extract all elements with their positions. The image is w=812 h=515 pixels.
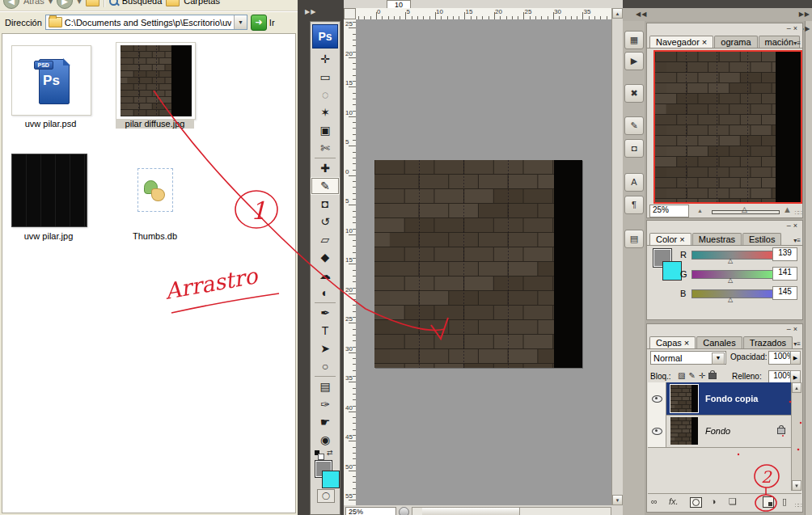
slice-tool[interactable]: ✄ [311,139,340,157]
address-value[interactable]: C:\Documents and Settings\p\Escritorio\u… [65,18,231,27]
notes-tool[interactable]: ▤ [311,378,340,395]
quick-mask-button[interactable]: ◯ [317,489,335,503]
brush-tool[interactable]: ✎ [311,177,340,195]
tab-muestras[interactable]: Muestras [692,233,742,245]
back-dropdown-icon[interactable]: ▾ [49,0,53,6]
panel-pinceles-icon[interactable]: ✎ [624,116,644,135]
navigator-zoom-field[interactable]: 25% [649,205,689,217]
pilar-diffuse-thumbnail[interactable] [121,45,192,116]
scroll-up-button[interactable]: ▲ [612,8,623,19]
panel-origen-clonacion-icon[interactable]: ◘ [624,139,644,158]
scroll-up-button[interactable]: ▲ [792,382,801,393]
crop-tool[interactable]: ▣ [311,121,340,139]
green-value-field[interactable]: 141 [772,267,797,281]
file-pilar-diffuse-jpg[interactable] [116,42,196,120]
lock-transparency-icon[interactable]: ▨ [678,371,685,380]
panel-resize-grip[interactable]: ∷∷ [795,209,801,217]
magic-wand-tool[interactable]: ✶ [311,103,340,121]
opacity-arrow-icon[interactable]: ▶ [790,351,801,365]
tab-color[interactable]: Color × [649,233,691,245]
green-slider-marker[interactable]: △ [728,276,733,284]
eraser-tool[interactable]: ▱ [311,230,340,248]
close-icon[interactable]: × [793,222,800,230]
tab-canales[interactable]: Canales [696,336,742,348]
eye-icon[interactable] [652,395,662,403]
go-button[interactable]: ➜ Ir [251,15,275,31]
toolbox-collapse-icon[interactable]: ▶▶ [305,8,316,15]
document-horizontal-scrollbar[interactable] [412,507,611,515]
panel-acciones-icon[interactable]: ▶ [624,52,644,70]
panel-menu-icon[interactable]: ▾≡ [793,237,801,244]
blend-dropdown-icon[interactable]: ▼ [712,352,725,365]
file-uvw-pilar-jpg[interactable] [11,154,87,227]
folders-button-label[interactable]: Carpetas [184,0,220,6]
back-label[interactable]: Atrás [23,0,44,6]
layer-row-fondo[interactable]: Fondo [648,415,798,448]
panel-menu-icon[interactable]: ▾≡ [793,340,801,348]
panel-composiciones-capas-icon[interactable]: ▤ [624,230,644,248]
smudge-tool[interactable]: ☁ [311,266,340,284]
red-slider-marker[interactable]: △ [728,257,733,264]
zoom-out-icon[interactable]: ▲ [697,208,703,213]
lock-move-icon[interactable]: ✛ [699,371,705,380]
link-layers-icon[interactable]: ∞ [651,496,658,506]
panel-historia-icon[interactable]: ▦ [624,31,644,49]
panel-herramientas-preestablecidas-icon[interactable]: ✖ [624,84,644,103]
tab-histograma[interactable]: ograma [714,36,757,48]
visibility-cell[interactable] [648,382,666,415]
search-button-label[interactable]: Búsqueda [122,0,163,6]
new-layer-button[interactable] [763,496,774,508]
forward-button[interactable]: ▶ [57,0,73,9]
ellipse-tool[interactable]: ○ [311,357,340,375]
panel-caracter-icon[interactable]: A [624,173,644,192]
lasso-tool[interactable]: ◌ [311,86,340,103]
tab-trazados[interactable]: Trazados [743,336,793,348]
file-label-pilar-diffuse-jpg[interactable]: pilar diffuse.jpg [116,119,194,129]
lock-paint-icon[interactable]: ✎ [688,371,695,380]
add-mask-icon[interactable] [690,497,702,508]
close-icon[interactable]: × [793,325,800,333]
navigator-zoom-slider[interactable]: △ [712,210,780,214]
new-group-icon[interactable]: ❏ [729,496,737,507]
minimize-icon[interactable]: – [787,325,793,333]
default-colors-icon[interactable] [315,450,323,458]
close-icon[interactable]: × [793,24,800,32]
scroll-down-button[interactable]: ▼ [612,495,623,505]
layer-name[interactable]: Fondo [705,426,777,436]
swap-colors-icon[interactable]: ⇄ [327,449,333,457]
type-tool[interactable]: T [311,322,340,340]
layer-style-icon[interactable]: fx. [669,496,679,506]
minimize-icon[interactable]: – [787,24,793,32]
file-label-uvw-pilar-psd[interactable]: uvw pilar.psd [11,119,90,129]
zoom-in-icon[interactable]: ▲ [783,205,792,214]
layer-thumbnail[interactable] [670,385,698,412]
pen-tool[interactable]: ✒ [311,304,340,322]
marquee-tool[interactable]: ▭ [311,68,340,86]
eye-icon[interactable] [652,428,662,435]
scroll-down-button[interactable]: ▼ [792,480,801,491]
status-zoom-field[interactable]: 25% [345,507,396,515]
hand-tool[interactable]: ☛ [311,413,340,431]
delete-layer-icon[interactable]: ▯ [782,496,787,507]
panel-menu-icon[interactable]: ▾≡ [793,40,801,47]
up-folder-icon[interactable] [86,0,99,6]
back-button[interactable]: ◀ [3,0,19,9]
layer-name[interactable]: Fondo copia [705,394,798,403]
tab-estilos[interactable]: Estilos [742,233,781,245]
visibility-cell[interactable] [648,415,666,447]
address-dropdown-icon[interactable]: ▼ [234,15,247,29]
layer-list-scrollbar[interactable]: ▲ ▼ [791,382,802,491]
dock-collapse-left-icon[interactable]: ◀◀ [636,11,647,18]
lock-all-icon[interactable] [708,373,717,379]
layer-row-fondo-copia[interactable]: Fondo copia [648,382,798,416]
file-label-uvw-pilar-jpg[interactable]: uvw pilar.jpg [11,231,86,241]
background-color-swatch[interactable] [322,471,340,488]
blue-slider-marker[interactable]: △ [728,296,733,303]
blend-mode-select[interactable]: Normal▼ [650,351,726,365]
clone-stamp-tool[interactable]: ◘ [311,195,340,213]
paint-bucket-tool[interactable]: ◆ [311,248,340,266]
eyedropper-tool[interactable]: ✑ [311,395,340,413]
document-vertical-scrollbar[interactable]: ▲ ▼ [611,8,623,505]
file-uvw-pilar-psd[interactable]: PSD Ps [11,45,91,116]
options-value-field[interactable]: 10 [387,0,411,8]
